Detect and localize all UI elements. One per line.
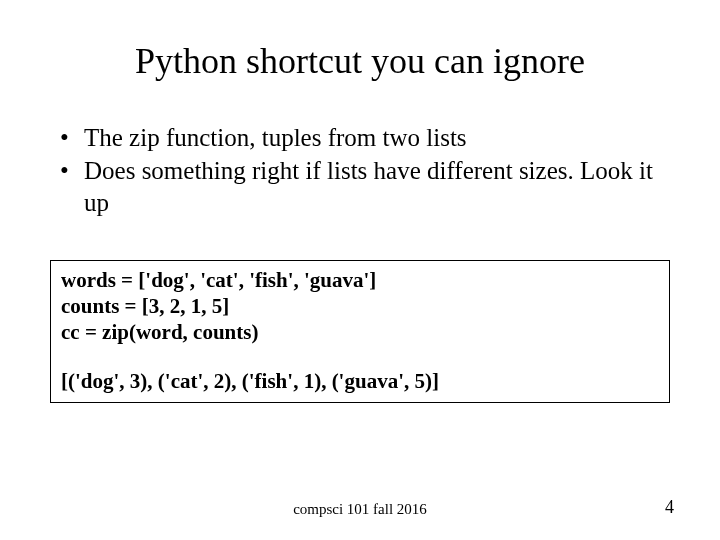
code-output: [('dog', 3), ('cat', 2), ('fish', 1), ('… [61, 368, 659, 394]
footer-text: compsci 101 fall 2016 [0, 501, 720, 518]
bullet-list: The zip function, tuples from two lists … [60, 122, 670, 218]
slide-title: Python shortcut you can ignore [50, 40, 670, 82]
code-line: words = ['dog', 'cat', 'fish', 'guava'] [61, 267, 659, 293]
bullet-item: Does something right if lists have diffe… [60, 155, 670, 218]
slide: Python shortcut you can ignore The zip f… [0, 0, 720, 540]
code-line: cc = zip(word, counts) [61, 319, 659, 345]
bullet-item: The zip function, tuples from two lists [60, 122, 670, 153]
code-box: words = ['dog', 'cat', 'fish', 'guava'] … [50, 260, 670, 403]
page-number: 4 [665, 497, 674, 518]
code-line: counts = [3, 2, 1, 5] [61, 293, 659, 319]
blank-line [61, 346, 659, 368]
